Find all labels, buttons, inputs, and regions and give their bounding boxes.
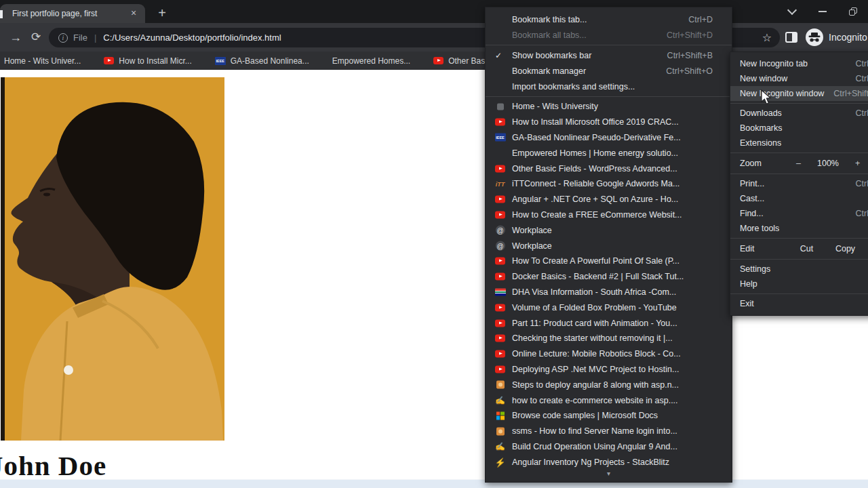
reload-button[interactable]: ⟳ bbox=[31, 30, 41, 45]
menu-item-ga-based-nonlinear-pseudo-derivative-fe[interactable]: IEEEGA-Based Nonlinear Pseudo-Derivative… bbox=[486, 130, 732, 146]
menu-item-bookmarks[interactable]: Bookmarks bbox=[730, 121, 868, 136]
menu-item-how-to-create-a-powerful-point-of-sale-p[interactable]: How To Create A Powerful Point Of Sale (… bbox=[486, 253, 732, 269]
bookmark-favicon bbox=[494, 286, 506, 298]
menu-item-angular-inventory-ng-projects-stackblitz[interactable]: ⚡Angular Inventory Ng Projects - StackBl… bbox=[486, 454, 732, 470]
zoom-out-button[interactable]: – bbox=[787, 159, 810, 168]
menu-item-help[interactable]: Help bbox=[730, 277, 868, 291]
menu-item-cast[interactable]: Cast... bbox=[730, 191, 868, 206]
menu-item-show-bookmarks-bar[interactable]: ✓Show bookmarks barCtrl+Shift+B bbox=[486, 47, 732, 63]
forward-button[interactable]: → bbox=[9, 30, 22, 45]
menu-item-print[interactable]: Print...Ctrl bbox=[730, 176, 868, 191]
edit-action-cut[interactable]: Cut bbox=[787, 244, 826, 253]
menu-item-bookmark-manager[interactable]: Bookmark managerCtrl+Shift+O bbox=[486, 63, 732, 79]
bookmark-favicon bbox=[494, 333, 506, 344]
menu-item-how-to-create-e-commerce-website-in-asp[interactable]: ✍how to create e-commerce website in asp… bbox=[486, 392, 732, 408]
menu-item-docker-basics-backend-2-full-stack-tut[interactable]: Docker Basics - Backend #2 | Full Stack … bbox=[486, 269, 732, 285]
menu-item-new-window[interactable]: New windowCtrl bbox=[730, 71, 868, 86]
youtube-icon bbox=[495, 196, 505, 203]
menu-item-how-to-install-microsoft-office-2019-cra[interactable]: How to Install Microsoft Office 2019 CRA… bbox=[486, 115, 732, 130]
restore-button[interactable] bbox=[837, 1, 868, 22]
menu-item-how-to-create-a-free-ecommerce-websit[interactable]: How to Create a FREE eCommerce Websit... bbox=[486, 207, 732, 223]
menu-item-bookmark-all-tabs[interactable]: Bookmark all tabs...Ctrl+Shift+D bbox=[486, 27, 732, 43]
menu-item-new-incognito-window[interactable]: New Incognito windowCtrl+Shift bbox=[730, 86, 868, 101]
bookmarks-bar-item-how-to-install-micr[interactable]: How to Install Micr... bbox=[104, 56, 191, 66]
menu-item-deploying-asp-net-mvc-project-to-hostin[interactable]: Deploying ASP .Net MVC Project to Hostin… bbox=[486, 362, 732, 378]
menu-item-label: Extensions bbox=[740, 138, 781, 148]
menu-item-more-tools[interactable]: More tools bbox=[730, 221, 868, 236]
menu-item-import-bookmarks-and-settings[interactable]: Import bookmarks and settings... bbox=[486, 79, 732, 94]
bookmark-favicon bbox=[494, 147, 506, 159]
menu-item-other-basic-fields-wordpress-advanced[interactable]: Other Basic Fields - WordPress Advanced.… bbox=[486, 161, 732, 176]
bookmarks-bar-item-home-wits-univer[interactable]: Home - Wits Univer... bbox=[4, 56, 81, 66]
menu-separator bbox=[730, 259, 868, 260]
tab-first-portfolio[interactable]: First portfolio page, first × bbox=[0, 4, 145, 23]
menu-item-label: How to Create a FREE eCommerce Websit... bbox=[512, 210, 682, 220]
horizontal-scrollbar[interactable] bbox=[0, 479, 868, 488]
menu-item-edit[interactable]: EditCutCopyPaste bbox=[730, 241, 868, 257]
menu-item-browse-code-samples-microsoft-docs[interactable]: Browse code samples | Microsoft Docs bbox=[486, 408, 732, 424]
menu-item-label: iTTConnect - Reliable Google Adwords Ma.… bbox=[512, 179, 679, 188]
portrait-photo bbox=[0, 77, 225, 441]
url-scheme-label: File bbox=[73, 33, 87, 43]
bookmark-label: Empowered Homes... bbox=[332, 56, 410, 66]
tab-close-icon[interactable]: × bbox=[127, 7, 140, 20]
menu-item-ittconnect-reliable-google-adwords-ma[interactable]: iTTiTTConnect - Reliable Google Adwords … bbox=[486, 176, 732, 192]
tab-search-button[interactable] bbox=[776, 1, 807, 22]
menu-item-angular-net-core-sql-on-azure-ho[interactable]: Angular + .NET Core + SQL on Azure - Ho.… bbox=[486, 192, 732, 207]
bookmark-favicon: ✍ bbox=[494, 441, 506, 452]
menu-item-label: How To Create A Powerful Point Of Sale (… bbox=[512, 256, 679, 266]
edit-action-copy[interactable]: Copy bbox=[826, 244, 865, 253]
menu-item-label: Part 11: Product card with Animation - Y… bbox=[512, 319, 677, 328]
menu-item-workplace[interactable]: @Workplace bbox=[486, 238, 732, 253]
menu-item-part-11-product-card-with-animation-you[interactable]: Part 11: Product card with Animation - Y… bbox=[486, 315, 732, 331]
menu-item-volume-of-a-folded-box-problem-youtube[interactable]: Volume of a Folded Box Problem - YouTube bbox=[486, 300, 732, 315]
side-panel-icon[interactable] bbox=[785, 32, 797, 43]
workplace-icon: @ bbox=[496, 226, 505, 235]
bookmark-star-icon[interactable]: ☆ bbox=[762, 31, 772, 44]
menu-item-bookmark-this-tab[interactable]: Bookmark this tab...Ctrl+D bbox=[486, 12, 732, 27]
menu-item-find[interactable]: Find...Ctrl bbox=[730, 206, 868, 221]
checkmark-icon: ✓ bbox=[495, 51, 502, 60]
menu-item-dha-visa-information-south-africa-com[interactable]: DHA Visa Information - South Africa -Com… bbox=[486, 285, 732, 300]
menu-item-exit[interactable]: Exit bbox=[730, 296, 868, 311]
menu-item-extensions[interactable]: Extensions bbox=[730, 136, 868, 150]
menu-item-build-crud-operation-using-angular-9-and[interactable]: ✍Build Crud Operation Using Angular 9 An… bbox=[486, 439, 732, 455]
menu-separator bbox=[730, 103, 868, 104]
minimize-button[interactable] bbox=[807, 1, 837, 22]
stackblitz-icon: ⚡ bbox=[494, 457, 505, 467]
menu-item-downloads[interactable]: DownloadsCtrl bbox=[730, 106, 868, 121]
menu-item-label: Bookmark all tabs... bbox=[512, 30, 587, 40]
menu-item-ssms-how-to-find-server-name-login-into[interactable]: ssms - How to find Server Name login int… bbox=[486, 424, 732, 439]
menu-item-checking-the-starter-without-removing-it[interactable]: Checking the starter without removing it… bbox=[486, 331, 732, 346]
incognito-label: Incognito bbox=[829, 32, 867, 43]
edit-action-paste[interactable]: Paste bbox=[865, 244, 868, 253]
page-info-icon[interactable]: i bbox=[58, 33, 68, 43]
bookmarks-bar-item-ga-based-nonlinea[interactable]: IEEEGA-Based Nonlinea... bbox=[215, 56, 309, 66]
bookmarks-bar-item-empowered-homes[interactable]: Empowered Homes... bbox=[332, 56, 410, 66]
menu-item-label: New Incognito tab bbox=[740, 59, 808, 68]
menu-scroll-down-icon[interactable]: ▾ bbox=[486, 470, 732, 479]
zoom-in-button[interactable]: + bbox=[846, 159, 868, 168]
menu-item-online-lecture-mobile-robotics-block-co[interactable]: Online Lecture: Mobile Robotics Block - … bbox=[486, 346, 732, 362]
bookmark-favicon bbox=[494, 194, 506, 205]
menu-item-label: Exit bbox=[740, 299, 754, 308]
menu-separator bbox=[486, 45, 732, 45]
youtube-icon bbox=[495, 211, 505, 218]
ieee-icon: IEEE bbox=[215, 57, 226, 65]
menu-item-label: Angular + .NET Core + SQL on Azure - Ho.… bbox=[512, 195, 678, 204]
menu-item-zoom[interactable]: Zoom–100%+ bbox=[730, 155, 868, 171]
menu-item-shortcut: Ctrl+Shift+D bbox=[667, 30, 713, 40]
bookmark-favicon bbox=[494, 117, 506, 128]
menu-item-new-incognito-tab[interactable]: New Incognito tabCtrl bbox=[730, 56, 868, 71]
menu-item-home-wits-university[interactable]: Home - Wits University bbox=[486, 99, 732, 115]
menu-item-settings[interactable]: Settings bbox=[730, 262, 868, 277]
menu-item-workplace[interactable]: @Workplace bbox=[486, 222, 732, 238]
new-tab-button[interactable]: + bbox=[153, 5, 171, 22]
menu-item-steps-to-deploy-angular-8-along-with-asp[interactable]: Steps to deploy angular 8 along with asp… bbox=[486, 377, 732, 392]
incognito-icon bbox=[805, 28, 824, 47]
menu-item-empowered-homes-home-energy-solutio[interactable]: Empowered Homes | Home energy solutio... bbox=[486, 145, 732, 161]
youtube-icon bbox=[495, 319, 505, 327]
bookmark-label: How to Install Micr... bbox=[119, 56, 191, 66]
menu-separator bbox=[730, 152, 868, 153]
youtube-icon bbox=[495, 258, 505, 265]
